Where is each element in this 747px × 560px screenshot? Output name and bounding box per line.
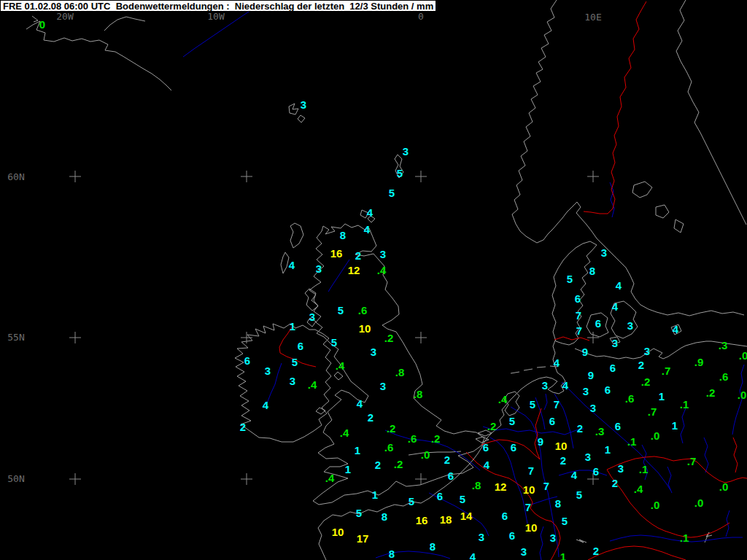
station-value: 3 (612, 338, 618, 349)
station-value: .4 (377, 265, 387, 276)
station-value: .1 (627, 436, 637, 447)
station-value: 3 (371, 346, 376, 357)
station-value: 5 (356, 508, 362, 518)
grid-cross (241, 473, 252, 485)
station-value: 6 (610, 362, 616, 373)
station-value: .4 (308, 379, 317, 390)
station-value: .0 (694, 497, 704, 508)
station-value: 7 (576, 310, 581, 321)
station-value: 7 (543, 481, 549, 491)
station-value: .3 (719, 340, 728, 351)
station-value: 8 (555, 498, 561, 509)
station-value: 1 (290, 321, 295, 332)
station-value: 3 (380, 249, 386, 260)
station-value: 3 (618, 463, 624, 474)
station-value: .4 (325, 472, 335, 483)
station-value: .6 (358, 305, 368, 316)
station-value: 2 (612, 478, 618, 489)
station-value: .0 (738, 389, 747, 400)
station-value: .2 (706, 387, 716, 398)
station-value: .0 (651, 430, 660, 441)
station-value: .2 (431, 433, 441, 444)
station-value: 4 (289, 260, 295, 271)
station-value: .1 (639, 464, 649, 475)
grid-cross (241, 171, 252, 182)
station-value: 10 (555, 440, 568, 451)
grid-label: 60N (7, 171, 24, 182)
station-value: 14 (460, 510, 473, 521)
station-value: 5 (338, 305, 344, 316)
station-value: 10 (332, 526, 344, 537)
grid-cross (587, 332, 599, 343)
station-value: .7 (648, 406, 657, 417)
station-value: 3 (380, 381, 386, 392)
station-value: 2 (368, 412, 374, 423)
grid-cross (69, 332, 81, 343)
station-value: 4 (364, 224, 370, 235)
station-value: 5 (509, 416, 515, 427)
station-value: .2 (487, 421, 497, 432)
station-value: 8 (589, 265, 595, 276)
station-value: .7 (662, 365, 671, 376)
station-value: .1 (680, 532, 689, 543)
station-value: 3 (585, 451, 591, 462)
station-value: 4 (673, 324, 678, 335)
station-value: 8 (382, 511, 387, 522)
station-value: 3 (403, 146, 409, 157)
station-value: 1 (345, 464, 351, 475)
station-value: 1 (560, 551, 566, 560)
station-value: 3 (644, 346, 650, 357)
station-value: 3 (583, 386, 589, 397)
station-value: 18 (440, 514, 452, 525)
station-value: .2 (387, 423, 396, 434)
grid-cross (69, 171, 81, 182)
station-value: 4 (616, 280, 622, 291)
station-value: 12 (348, 265, 360, 276)
station-value: 1 (605, 444, 611, 455)
station-value: 3 (309, 311, 315, 322)
station-value: 16 (416, 515, 428, 526)
station-value: 5 (331, 337, 337, 348)
station-value: .4 (498, 394, 508, 405)
station-value: 2 (355, 250, 361, 261)
station-value: 17 (357, 533, 369, 544)
station-value: 4 (612, 301, 618, 312)
station-value: .8 (395, 367, 405, 378)
station-value: 3 (590, 402, 596, 413)
station-value: .0 (719, 481, 729, 492)
station-value: 4 (357, 398, 363, 409)
station-value: 5 (460, 494, 465, 505)
station-value: 8 (389, 548, 395, 559)
title-bar: FRE 01.02.08 06:00 UTC Bodenwettermeldun… (0, 0, 436, 12)
station-value: .0 (651, 499, 660, 510)
station-value: 6 (448, 470, 454, 481)
station-value: 6 (437, 491, 443, 502)
station-value: 4 (263, 400, 268, 411)
station-value: 6 (593, 466, 599, 477)
station-value: .3 (595, 426, 605, 437)
station-value: 9 (582, 346, 588, 357)
station-value: 5 (530, 399, 535, 410)
station-value: 7 (528, 465, 534, 476)
station-value: .6 (384, 442, 394, 453)
station-value: 1 (672, 420, 678, 431)
station-value: .9 (694, 357, 704, 368)
station-value: .0 (739, 350, 747, 361)
grid-label: 10E (584, 12, 601, 23)
station-value: .4 (634, 483, 643, 494)
station-value: 5 (397, 168, 403, 179)
station-value: .6 (408, 433, 417, 444)
station-value: 3 (627, 320, 633, 331)
station-value: .8 (472, 480, 481, 491)
station-value: 6 (509, 530, 515, 541)
grid-cross (415, 332, 427, 343)
weather-map-screen: 20W10W010E60N55N50N 0335548416234312.45.… (0, 0, 747, 560)
station-value: .6 (719, 371, 729, 382)
grid-cross (415, 171, 427, 182)
station-value: 2 (638, 359, 644, 370)
station-value: .1 (680, 399, 689, 410)
station-value: 4 (367, 207, 373, 218)
station-value: 7 (576, 325, 582, 336)
station-value: 2 (240, 421, 246, 432)
borders (279, 1, 747, 560)
